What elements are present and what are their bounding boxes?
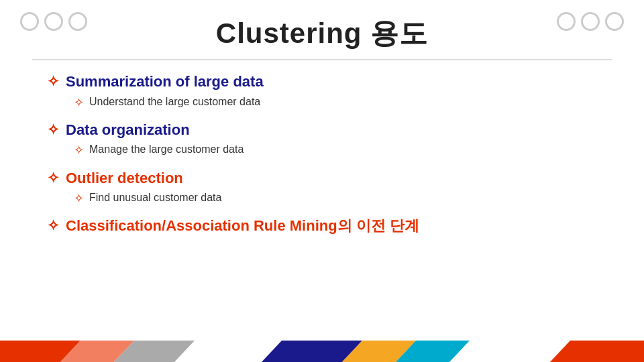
- sub-item-data-organization-1: ✧ Manage the large customer data: [74, 142, 597, 159]
- item-outlier-detection-label: Outlier detection: [66, 169, 183, 188]
- sub-bullet-icon-2: ✧: [74, 142, 84, 159]
- bar-red-right: [550, 341, 644, 362]
- sub-item-summarization-1: ✧ Understand the large customer data: [74, 95, 597, 111]
- circle-1: [20, 12, 39, 31]
- item-classification-label: Classification/Association Rule Mining의 …: [66, 217, 419, 236]
- bullet-icon-4: ✧: [47, 217, 59, 236]
- top-right-circles: [557, 12, 624, 31]
- main-content: ✧ Summarization of large data ✧ Understa…: [0, 60, 644, 245]
- page-title: Clustering 용도: [0, 0, 644, 52]
- bottom-bar: [0, 334, 644, 362]
- bullet-icon-1: ✧: [47, 72, 59, 92]
- sub-item-outlier-1-text: Find unusual customer data: [89, 190, 221, 205]
- item-summarization-label: Summarization of large data: [66, 72, 264, 92]
- item-outlier-detection: ✧ Outlier detection: [47, 169, 597, 188]
- circle-6: [605, 12, 624, 31]
- sub-item-data-organization-1-text: Manage the large customer data: [89, 142, 244, 157]
- item-data-organization-label: Data organization: [66, 121, 190, 140]
- sub-bullet-icon-3: ✧: [74, 190, 84, 207]
- bullet-icon-2: ✧: [47, 121, 59, 140]
- item-summarization: ✧ Summarization of large data: [47, 72, 597, 92]
- sub-item-summarization-1-text: Understand the large customer data: [89, 95, 260, 109]
- circle-5: [581, 12, 600, 31]
- top-left-circles: [20, 12, 87, 31]
- item-classification: ✧ Classification/Association Rule Mining…: [47, 217, 597, 236]
- circle-2: [44, 12, 63, 31]
- sub-item-outlier-1: ✧ Find unusual customer data: [74, 190, 597, 207]
- bullet-icon-3: ✧: [47, 169, 59, 188]
- bottom-bar-svg: [0, 334, 644, 362]
- item-data-organization: ✧ Data organization: [47, 121, 597, 140]
- circle-3: [68, 12, 87, 31]
- circle-4: [557, 12, 576, 31]
- sub-bullet-icon-1: ✧: [74, 95, 84, 111]
